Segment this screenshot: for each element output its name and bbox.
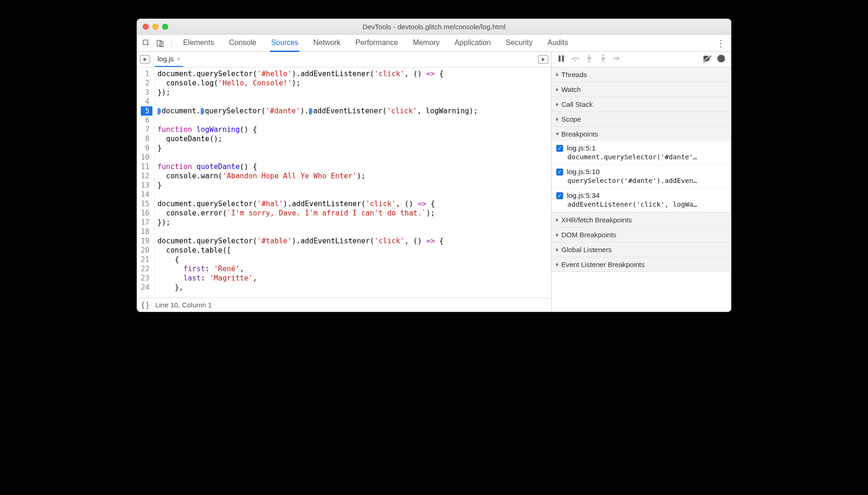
code-line[interactable]: } <box>158 181 478 190</box>
svg-point-9 <box>602 54 604 56</box>
section-breakpoints[interactable]: Breakpoints <box>552 127 731 141</box>
code-line[interactable]: }, <box>158 283 478 292</box>
source-text[interactable]: document.querySelector('#hello').addEven… <box>155 67 481 298</box>
inspect-element-icon[interactable] <box>141 38 152 49</box>
line-number[interactable]: 3 <box>141 88 152 97</box>
line-number[interactable]: 24 <box>141 283 152 292</box>
code-line[interactable] <box>158 227 478 236</box>
disclosure-triangle-icon <box>556 218 559 222</box>
code-line[interactable] <box>158 116 478 125</box>
step-over-icon[interactable] <box>571 54 579 65</box>
line-number[interactable]: 5 <box>141 106 152 116</box>
code-line[interactable]: last: 'Magritte', <box>158 274 478 283</box>
line-number[interactable]: 23 <box>141 274 152 283</box>
code-line[interactable]: document.querySelector('#table').addEven… <box>158 236 478 246</box>
tab-network[interactable]: Network <box>312 35 342 52</box>
line-number[interactable]: 18 <box>141 227 152 236</box>
line-number[interactable]: 20 <box>141 246 152 255</box>
line-number[interactable]: 8 <box>141 134 152 143</box>
line-number[interactable]: 16 <box>141 208 152 218</box>
breakpoint-checkbox[interactable]: ✓ <box>556 169 563 176</box>
line-number[interactable]: 12 <box>141 171 152 181</box>
section-scope[interactable]: Scope <box>552 112 731 126</box>
code-line[interactable]: console.error(`I'm sorry, Dave. I'm afra… <box>158 208 478 218</box>
window-close-button[interactable] <box>143 24 149 30</box>
section-watch[interactable]: Watch <box>552 82 731 97</box>
code-line[interactable] <box>158 190 478 199</box>
pause-icon[interactable] <box>557 54 566 65</box>
breakpoint-checkbox[interactable]: ✓ <box>556 192 563 199</box>
more-menu-icon[interactable]: ⋮ <box>714 38 727 49</box>
svg-rect-1 <box>157 40 161 46</box>
tab-console[interactable]: Console <box>228 35 257 52</box>
code-line[interactable]: function quoteDante() { <box>158 162 478 171</box>
line-number[interactable]: 4 <box>141 97 152 106</box>
code-line[interactable] <box>158 153 478 162</box>
window-zoom-button[interactable] <box>162 24 168 30</box>
breakpoint-checkbox[interactable]: ✓ <box>556 145 563 152</box>
breakpoint-item[interactable]: ✓log.js:5:34addEventListener('click', lo… <box>552 189 731 212</box>
code-line[interactable]: document.querySelector('#hal').addEventL… <box>158 199 478 208</box>
code-line[interactable]: document.querySelector('#hello').addEven… <box>158 69 478 78</box>
breakpoint-item[interactable]: ✓log.js:5:1document.querySelector('#dant… <box>552 141 731 165</box>
code-line[interactable]: console.warn('Abandon Hope All Ye Who En… <box>158 171 478 181</box>
section-call-stack[interactable]: Call Stack <box>552 97 731 111</box>
code-line[interactable]: { <box>158 255 478 264</box>
line-number[interactable]: 2 <box>141 78 152 88</box>
code-line[interactable]: console.log('Hello, Console!'); <box>158 78 478 88</box>
line-number[interactable]: 15 <box>141 199 152 208</box>
line-number[interactable]: 11 <box>141 162 152 171</box>
window-minimize-button[interactable] <box>152 24 158 30</box>
section-xhr-fetch-breakpoints[interactable]: XHR/fetch Breakpoints <box>552 213 731 227</box>
section-threads[interactable]: Threads <box>552 67 731 82</box>
line-number[interactable]: 13 <box>141 181 152 190</box>
line-number[interactable]: 7 <box>141 125 152 134</box>
tab-security[interactable]: Security <box>505 35 533 52</box>
breakpoint-item[interactable]: ✓log.js:5:10querySelector('#dante').addE… <box>552 165 731 189</box>
line-number[interactable]: 14 <box>141 190 152 199</box>
tab-application[interactable]: Application <box>454 35 492 52</box>
tab-performance[interactable]: Performance <box>355 35 399 52</box>
line-number[interactable]: 1 <box>141 69 152 78</box>
code-line[interactable]: first: 'René', <box>158 264 478 274</box>
tab-memory[interactable]: Memory <box>412 35 441 52</box>
line-number[interactable]: 22 <box>141 264 152 274</box>
code-line[interactable]: document.querySelector('#dante').addEven… <box>158 106 478 116</box>
line-gutter[interactable]: 123456789101112131415161718192021222324 <box>137 67 155 298</box>
step-into-icon[interactable] <box>585 54 593 65</box>
code-line[interactable]: console.table([ <box>158 246 478 255</box>
show-navigator-icon[interactable] <box>140 55 150 64</box>
code-line[interactable]: } <box>158 143 478 153</box>
code-line[interactable]: quoteDante(); <box>158 134 478 143</box>
deactivate-breakpoints-icon[interactable] <box>703 54 711 65</box>
svg-rect-0 <box>143 40 148 45</box>
breakpoint-location: log.js:5:10 <box>567 168 600 176</box>
tab-audits[interactable]: Audits <box>546 35 569 52</box>
section-dom-breakpoints[interactable]: DOM Breakpoints <box>552 228 731 242</box>
code-line[interactable]: }); <box>158 88 478 97</box>
code-editor[interactable]: 123456789101112131415161718192021222324 … <box>137 67 551 298</box>
step-icon[interactable] <box>613 54 621 65</box>
code-line[interactable]: }); <box>158 218 478 227</box>
code-line[interactable]: function logWarning() { <box>158 125 478 134</box>
tab-sources[interactable]: Sources <box>270 35 299 52</box>
pause-on-exceptions-icon[interactable] <box>717 54 725 65</box>
file-tab-logjs[interactable]: log.js × <box>155 52 183 67</box>
line-number[interactable]: 19 <box>141 236 152 246</box>
section-global-listeners[interactable]: Global Listeners <box>552 242 731 257</box>
tab-elements[interactable]: Elements <box>182 35 215 52</box>
section-event-listener-breakpoints[interactable]: Event Listener Breakpoints <box>552 257 731 272</box>
svg-rect-6 <box>562 55 564 62</box>
line-number[interactable]: 21 <box>141 255 152 264</box>
device-toolbar-icon[interactable] <box>155 38 166 49</box>
close-tab-icon[interactable]: × <box>177 55 180 63</box>
step-out-icon[interactable] <box>599 54 607 65</box>
line-number[interactable]: 17 <box>141 218 152 227</box>
pretty-print-icon[interactable]: { } <box>142 301 149 309</box>
line-number[interactable]: 9 <box>141 143 152 153</box>
code-line[interactable] <box>158 97 478 106</box>
disclosure-triangle-icon <box>556 263 559 267</box>
line-number[interactable]: 6 <box>141 116 152 125</box>
show-debugger-icon[interactable] <box>538 55 548 64</box>
line-number[interactable]: 10 <box>141 153 152 162</box>
